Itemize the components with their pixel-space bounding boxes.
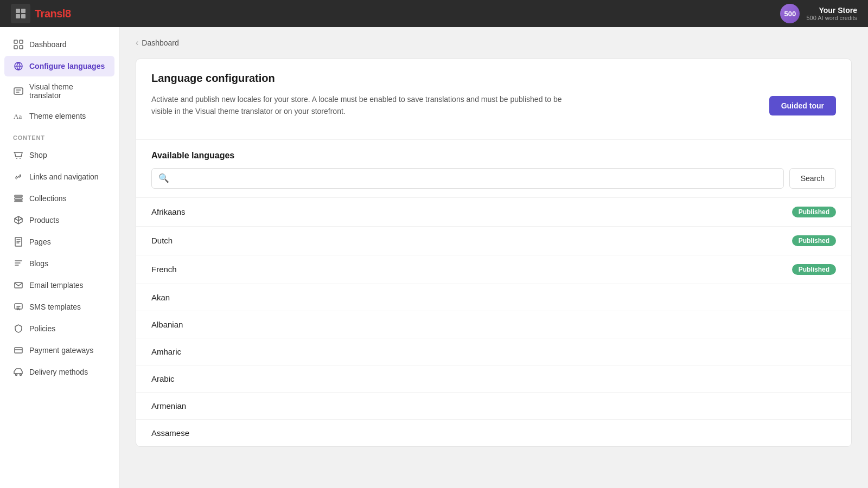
- language-name: Afrikaans: [151, 207, 186, 216]
- language-name: Assamese: [151, 428, 189, 438]
- breadcrumb-chevron-icon: ‹: [136, 38, 138, 48]
- search-button[interactable]: Search: [789, 168, 836, 189]
- svg-point-21: [20, 374, 22, 376]
- links-icon: [13, 171, 24, 182]
- sidebar-item-policies[interactable]: Policies: [4, 318, 114, 339]
- status-badge: Published: [792, 207, 836, 217]
- language-name: Albanian: [151, 320, 183, 329]
- pages-icon: [13, 236, 24, 247]
- email-templates-icon: [13, 280, 24, 291]
- search-input[interactable]: [169, 169, 777, 188]
- sms-icon: [13, 301, 24, 312]
- shop-icon: [13, 150, 24, 160]
- sidebar-item-label: Email templates: [29, 281, 84, 290]
- status-badge: Published: [792, 264, 836, 275]
- language-row[interactable]: Amharic: [136, 338, 851, 365]
- logo-icon: [11, 4, 30, 23]
- search-input-wrap: 🔍: [151, 168, 784, 189]
- collections-icon: [13, 193, 24, 204]
- sidebar-item-delivery-methods[interactable]: Delivery methods: [4, 362, 114, 382]
- avatar-text: 500: [784, 10, 796, 18]
- sidebar-item-label: SMS templates: [29, 303, 81, 311]
- configure-languages-icon: [13, 61, 24, 72]
- breadcrumb: ‹ Dashboard: [136, 38, 852, 48]
- sidebar-item-links-and-navigation[interactable]: Links and navigation: [4, 166, 114, 187]
- delivery-icon: [13, 367, 24, 377]
- card-header: Language configuration Activate and publ…: [136, 59, 851, 140]
- language-row[interactable]: Armenian: [136, 393, 851, 420]
- language-config-card: Language configuration Activate and publ…: [136, 59, 852, 447]
- language-row[interactable]: Akan: [136, 284, 851, 311]
- sidebar-item-configure-languages[interactable]: Configure languages: [4, 56, 114, 76]
- svg-rect-13: [15, 195, 22, 197]
- svg-rect-4: [14, 40, 17, 43]
- sidebar-item-label: Blogs: [29, 259, 48, 268]
- sidebar-item-label: Links and navigation: [29, 172, 99, 181]
- logo-text: Transl8: [35, 8, 71, 20]
- svg-rect-0: [16, 9, 20, 13]
- sidebar-item-label: Policies: [29, 324, 55, 333]
- sidebar-item-theme-elements[interactable]: Aa Theme elements: [4, 106, 114, 126]
- header-right: 500 Your Store 500 AI word credits: [780, 4, 857, 23]
- language-name: Dutch: [151, 236, 173, 245]
- svg-rect-2: [16, 14, 20, 18]
- store-info: Your Store 500 AI word credits: [806, 6, 857, 21]
- breadcrumb-dashboard-link[interactable]: Dashboard: [142, 38, 179, 47]
- language-row[interactable]: Assamese: [136, 420, 851, 446]
- sidebar-item-payment-gateways[interactable]: Payment gateways: [4, 340, 114, 361]
- sidebar-item-label: Products: [29, 216, 59, 224]
- sidebar-item-label: Configure languages: [29, 62, 105, 70]
- svg-rect-15: [15, 201, 22, 202]
- sidebar-item-label: Payment gateways: [29, 346, 93, 355]
- logo-text-accent: 8: [65, 8, 71, 20]
- svg-point-12: [20, 158, 21, 159]
- svg-rect-1: [21, 9, 25, 13]
- svg-rect-14: [15, 198, 22, 200]
- available-languages-section: Available languages 🔍 Search AfrikaansPu…: [136, 140, 851, 446]
- card-title: Language configuration: [151, 72, 836, 85]
- language-row[interactable]: Albanian: [136, 311, 851, 338]
- sidebar-item-shop[interactable]: Shop: [4, 145, 114, 165]
- store-name: Your Store: [806, 6, 857, 15]
- svg-rect-16: [15, 237, 22, 246]
- language-row[interactable]: AfrikaansPublished: [136, 198, 851, 227]
- avatar[interactable]: 500: [780, 4, 800, 23]
- sidebar-item-label: Delivery methods: [29, 368, 88, 376]
- search-icon: 🔍: [158, 173, 169, 183]
- svg-rect-9: [14, 88, 23, 94]
- svg-rect-19: [15, 348, 22, 353]
- dashboard-icon: [13, 39, 24, 50]
- sidebar-item-label: Collections: [29, 194, 66, 203]
- card-description: Activate and publish new locales for you…: [151, 93, 564, 118]
- sidebar-item-label: Pages: [29, 237, 51, 246]
- logo: Transl8: [11, 4, 71, 23]
- sidebar-item-pages[interactable]: Pages: [4, 232, 114, 252]
- language-list: AfrikaansPublishedDutchPublishedFrenchPu…: [136, 197, 851, 446]
- sidebar-item-label: Visual theme translator: [29, 82, 106, 100]
- content-section-label: CONTENT: [0, 127, 119, 144]
- search-row: 🔍 Search: [136, 168, 851, 197]
- guided-tour-button[interactable]: Guided tour: [769, 96, 836, 115]
- visual-theme-icon: [13, 86, 24, 97]
- app-body: Dashboard Configure languages Visual the…: [0, 27, 868, 488]
- sidebar-item-label: Shop: [29, 151, 47, 159]
- logo-text-main: Transl: [35, 8, 65, 20]
- sidebar-item-sms-templates[interactable]: SMS templates: [4, 297, 114, 317]
- main-content: ‹ Dashboard Language configuration Activ…: [119, 27, 868, 488]
- sidebar-item-products[interactable]: Products: [4, 210, 114, 230]
- sidebar-item-dashboard[interactable]: Dashboard: [4, 34, 114, 55]
- language-row[interactable]: DutchPublished: [136, 227, 851, 255]
- svg-text:Aa: Aa: [14, 112, 22, 120]
- sidebar-item-collections[interactable]: Collections: [4, 188, 114, 209]
- sidebar-item-label: Dashboard: [29, 40, 67, 49]
- language-name: French: [151, 265, 177, 274]
- svg-rect-6: [14, 46, 17, 49]
- sidebar-item-email-templates[interactable]: Email templates: [4, 275, 114, 296]
- language-name: Arabic: [151, 374, 175, 383]
- sidebar-item-visual-theme-translator[interactable]: Visual theme translator: [4, 78, 114, 105]
- language-row[interactable]: Arabic: [136, 365, 851, 393]
- sidebar-item-label: Theme elements: [29, 112, 86, 120]
- sidebar-item-blogs[interactable]: Blogs: [4, 253, 114, 274]
- products-icon: [13, 215, 24, 226]
- language-row[interactable]: FrenchPublished: [136, 255, 851, 284]
